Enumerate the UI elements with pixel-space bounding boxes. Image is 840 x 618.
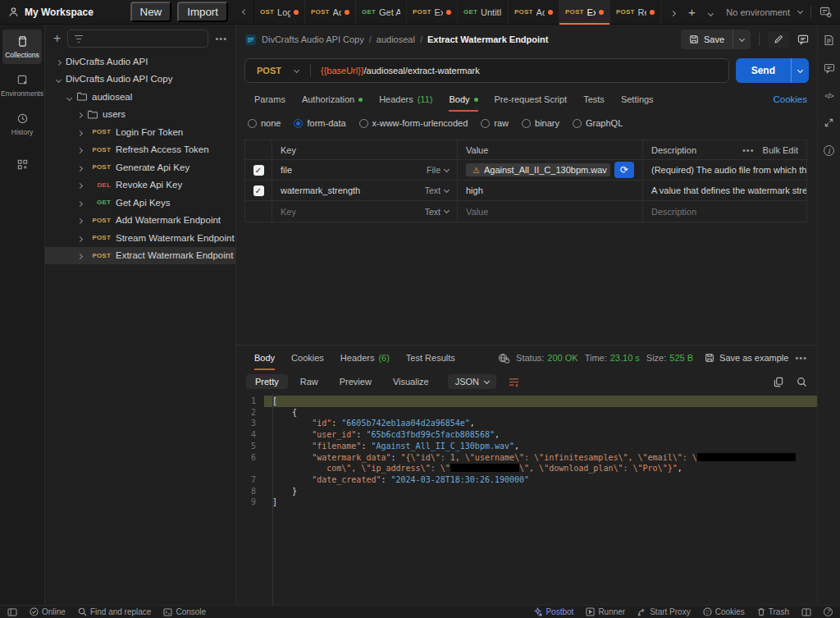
chevron-right-icon[interactable]	[78, 163, 82, 172]
key-cell[interactable]: Key	[281, 207, 296, 217]
response-tab-body[interactable]: Body	[246, 346, 283, 370]
tab-options-icon[interactable]	[709, 7, 713, 17]
body-type-binary[interactable]: binary	[522, 118, 559, 128]
cookies-link[interactable]: Cookies	[773, 94, 807, 104]
chevron-right-icon[interactable]	[78, 144, 82, 154]
trash-button[interactable]: Trash	[757, 607, 789, 616]
tree-item-divcrafts-audio-api-copy[interactable]: DivCrafts Audio API Copy	[45, 71, 235, 89]
help-icon[interactable]: ?	[824, 607, 833, 616]
add-collection-icon[interactable]: +	[53, 34, 61, 43]
sidebar-item-environments[interactable]: Environments	[2, 68, 42, 103]
two-pane-icon[interactable]	[801, 608, 811, 616]
tree-item-users[interactable]: users	[45, 106, 235, 124]
tree-item-add-watermark-endpoint[interactable]: POSTAdd Watermark Endpoint	[45, 212, 235, 230]
breadcrumb-request-name[interactable]: Extract Watermark Endpoint	[427, 34, 549, 44]
wrap-lines-icon[interactable]	[508, 377, 520, 387]
network-icon[interactable]	[498, 353, 509, 364]
edit-pencil-icon[interactable]	[768, 31, 789, 48]
start-proxy-button[interactable]: Start Proxy	[637, 607, 690, 616]
postbot-button[interactable]: Postbot	[533, 607, 573, 616]
description-cell[interactable]: A value that defines the watermark stren…	[651, 185, 806, 195]
bulk-edit-button[interactable]: Bulk Edit	[763, 145, 798, 155]
environment-chevron-icon[interactable]	[797, 8, 803, 14]
new-button[interactable]: New	[130, 2, 172, 22]
row-checkbox[interactable]: ✓	[253, 165, 264, 176]
chevron-right-icon[interactable]	[78, 109, 82, 119]
tree-item-extract-watermark-endpoint[interactable]: POSTExtract Watermark Endpoint	[45, 247, 235, 265]
workspace-switcher[interactable]: My Workspace New Import	[0, 2, 236, 22]
description-cell[interactable]: (Required) The audio file from which the…	[651, 165, 806, 175]
view-tab-raw[interactable]: Raw	[291, 374, 327, 389]
body-type-form-data[interactable]: form-data	[294, 118, 345, 128]
file-chip[interactable]: ⚠Against_All_II_C_130bpm.wav	[466, 163, 610, 176]
chevron-right-icon[interactable]	[78, 215, 82, 225]
request-section-tab-headers[interactable]: Headers(11)	[371, 87, 441, 112]
breadcrumb-collection[interactable]: DivCrafts Audio API Copy	[262, 34, 364, 44]
request-section-tab-params[interactable]: Params	[246, 87, 294, 112]
copy-icon[interactable]	[774, 377, 783, 387]
send-options-icon[interactable]	[791, 58, 809, 83]
save-options-icon[interactable]	[733, 30, 751, 49]
chevron-right-icon[interactable]	[78, 250, 82, 260]
table-more-icon[interactable]: •••	[742, 145, 755, 155]
tabs-scroll-right-icon[interactable]	[671, 7, 675, 17]
view-tab-preview[interactable]: Preview	[331, 374, 381, 389]
request-tab-ost-log[interactable]: OSTLog	[254, 0, 305, 25]
key-cell[interactable]: file	[281, 165, 292, 175]
request-section-tab-body[interactable]: Body	[441, 87, 486, 112]
tree-item-get-api-keys[interactable]: GETGet Api Keys	[45, 194, 235, 212]
body-type-graphql[interactable]: GraphQL	[573, 118, 623, 128]
sidebar-item-history[interactable]: History	[2, 107, 42, 141]
send-button[interactable]: Send	[736, 58, 791, 83]
view-tab-visualize[interactable]: Visualize	[384, 374, 438, 389]
sidebar-item-collections[interactable]: Collections	[2, 30, 42, 64]
value-cell[interactable]: Value	[466, 207, 488, 217]
sidebar-filter-input[interactable]	[67, 30, 208, 48]
code-snippet-icon[interactable]: </>	[824, 91, 833, 100]
body-type-raw[interactable]: raw	[481, 118, 509, 128]
tree-item-divcrafts-audio-api[interactable]: DivCrafts Audio API	[45, 53, 235, 71]
search-response-icon[interactable]	[797, 377, 807, 387]
body-type-none[interactable]: none	[248, 118, 281, 128]
chevron-right-icon[interactable]	[78, 198, 82, 208]
response-tab-test-results[interactable]: Test Results	[398, 346, 463, 370]
save-button[interactable]: Save	[681, 30, 751, 49]
breadcrumb-folder[interactable]: audioseal	[377, 34, 415, 44]
documentation-icon[interactable]	[824, 34, 834, 46]
find-and-replace[interactable]: Find and replace	[78, 607, 152, 616]
import-button[interactable]: Import	[177, 2, 228, 22]
request-section-tab-tests[interactable]: Tests	[575, 87, 613, 112]
response-status[interactable]: Status:200 OK	[516, 353, 578, 363]
new-tab-icon[interactable]: +	[688, 8, 696, 16]
save-as-example-button[interactable]: Save as example	[705, 353, 788, 363]
chevron-right-icon[interactable]	[78, 127, 82, 137]
value-cell[interactable]: high	[466, 185, 483, 195]
request-tab-post-add[interactable]: POSTAdd	[305, 0, 356, 25]
request-section-tab-settings[interactable]: Settings	[613, 87, 662, 112]
description-cell[interactable]: Description	[651, 207, 696, 217]
language-selector[interactable]: JSON	[448, 374, 496, 389]
row-checkbox[interactable]: ✓	[253, 185, 264, 196]
configure-sidebar-icon[interactable]	[16, 158, 29, 171]
related-requests-icon[interactable]	[824, 117, 834, 128]
toggle-sidebar-icon[interactable]	[7, 608, 17, 616]
tree-item-refresh-access-token[interactable]: POSTRefresh Access Token	[45, 141, 235, 159]
tree-item-audioseal[interactable]: audioseal	[45, 88, 235, 106]
request-tab-get-untitl[interactable]: GETUntitl	[458, 0, 509, 25]
comments-rail-icon[interactable]	[824, 63, 835, 74]
comments-icon[interactable]	[797, 34, 809, 45]
method-selector[interactable]: POST	[245, 66, 310, 76]
environment-selector[interactable]: No environment	[726, 7, 790, 17]
request-tab-post-extr[interactable]: POSTExtr	[407, 0, 458, 25]
response-more-icon[interactable]: •••	[795, 353, 807, 363]
chevron-right-icon[interactable]	[78, 233, 82, 243]
chevron-right-icon[interactable]	[57, 57, 61, 66]
tree-item-login-for-token[interactable]: POSTLogin For Token	[45, 123, 235, 141]
tree-item-stream-watermark-endpoint[interactable]: POSTStream Watermark Endpoint	[45, 229, 235, 247]
type-selector[interactable]: Text	[418, 207, 449, 217]
tree-item-generate-api-key[interactable]: POSTGenerate Api Key	[45, 158, 235, 176]
view-tab-pretty[interactable]: Pretty	[246, 374, 288, 389]
chevron-down-icon[interactable]	[67, 92, 71, 102]
request-tab-post-reg[interactable]: POSTReg	[610, 0, 661, 25]
response-time[interactable]: Time:23.10 s	[585, 353, 640, 363]
